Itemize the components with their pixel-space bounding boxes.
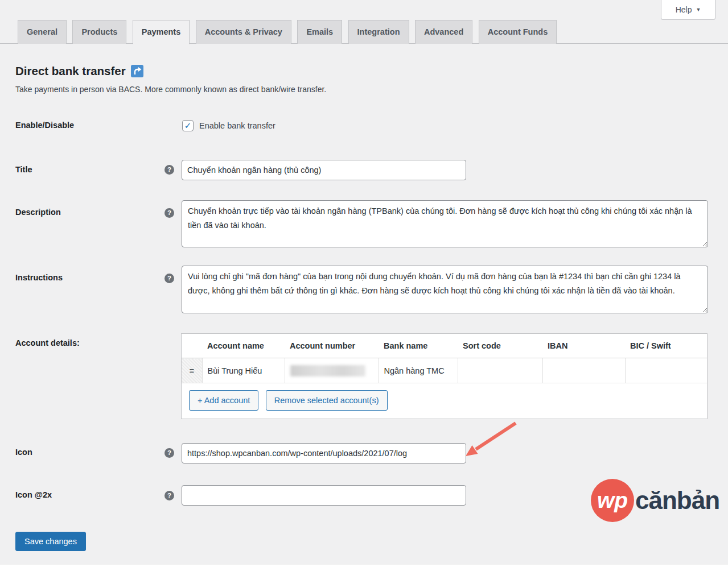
instructions-label: Instructions bbox=[15, 273, 63, 282]
account-name-cell[interactable]: Bùi Trung Hiếu bbox=[202, 358, 285, 383]
sort-code-header: Sort code bbox=[458, 334, 542, 358]
enable-checkbox[interactable]: ✓ bbox=[182, 120, 194, 131]
title-label: Title bbox=[15, 165, 32, 174]
bank-name-cell[interactable]: Ngân hàng TMC bbox=[379, 358, 458, 383]
tab-products[interactable]: Products bbox=[72, 20, 126, 44]
account-details-label: Account details: bbox=[15, 338, 80, 347]
icon-2x-input[interactable] bbox=[182, 485, 466, 506]
redacted-account-number bbox=[290, 365, 365, 376]
icon-label: Icon bbox=[15, 448, 32, 457]
account-name-header: Account name bbox=[202, 334, 285, 358]
tab-advanced[interactable]: Advanced bbox=[415, 20, 472, 44]
help-button[interactable]: Help ▼ bbox=[661, 0, 715, 20]
icon-2x-label: Icon @2x bbox=[15, 490, 52, 499]
bic-swift-header: BIC / Swift bbox=[625, 334, 707, 358]
tab-general[interactable]: General bbox=[18, 20, 67, 44]
page-title: Direct bank transfer bbox=[15, 64, 126, 78]
tab-emails[interactable]: Emails bbox=[297, 20, 342, 44]
gateway-description: Take payments in person via BACS. More c… bbox=[15, 85, 326, 94]
tab-accounts-privacy[interactable]: Accounts & Privacy bbox=[196, 20, 291, 44]
description-help-icon[interactable]: ? bbox=[164, 208, 174, 218]
instructions-help-icon[interactable]: ? bbox=[164, 274, 174, 283]
account-number-cell[interactable] bbox=[285, 358, 379, 383]
page-title-row: Direct bank transfer bbox=[15, 64, 143, 78]
accounts-actions: + Add account Remove selected account(s) bbox=[182, 383, 707, 419]
icon-url-input[interactable] bbox=[182, 443, 466, 463]
wpcanban-logo-text: cănbản bbox=[635, 486, 719, 515]
description-textarea[interactable]: Chuyển khoản trực tiếp vào tài khoản ngâ… bbox=[182, 200, 708, 247]
account-number-header: Account number bbox=[285, 334, 379, 358]
bank-accounts-table: Account name Account number Bank name So… bbox=[181, 333, 708, 419]
chevron-down-icon: ▼ bbox=[696, 7, 701, 13]
row-drag-handle-icon[interactable]: ≡ bbox=[182, 358, 202, 383]
settings-tab-bar: General Products Payments Accounts & Pri… bbox=[0, 20, 728, 44]
accounts-header-row: Account name Account number Bank name So… bbox=[182, 334, 707, 358]
bic-swift-cell[interactable] bbox=[625, 358, 707, 383]
tab-payments[interactable]: Payments bbox=[133, 20, 190, 44]
icon-help-icon[interactable]: ? bbox=[164, 448, 174, 458]
drag-column-header bbox=[182, 334, 202, 358]
icon-2x-help-icon[interactable]: ? bbox=[164, 491, 174, 500]
wpcanban-logo-circle: wp bbox=[591, 479, 634, 522]
enable-checkbox-label: Enable bank transfer bbox=[199, 121, 275, 130]
add-account-button[interactable]: + Add account bbox=[189, 390, 258, 411]
iban-header: IBAN bbox=[542, 334, 625, 358]
sort-code-cell[interactable] bbox=[458, 358, 542, 383]
help-button-label: Help bbox=[676, 5, 692, 14]
title-input[interactable] bbox=[182, 160, 466, 180]
enable-disable-label: Enable/Disable bbox=[15, 121, 74, 130]
return-to-payments-icon[interactable] bbox=[131, 65, 143, 77]
table-row: ≡ Bùi Trung Hiếu Ngân hàng TMC bbox=[182, 358, 707, 383]
instructions-textarea[interactable]: Vui lòng chỉ ghi "mã đơn hàng" của bạn t… bbox=[182, 266, 708, 313]
page-bottom-edge bbox=[0, 565, 728, 567]
save-changes-button[interactable]: Save changes bbox=[15, 532, 86, 551]
title-help-icon[interactable]: ? bbox=[164, 165, 174, 175]
description-label: Description bbox=[15, 208, 61, 217]
tab-integration[interactable]: Integration bbox=[348, 20, 409, 44]
iban-cell[interactable] bbox=[542, 358, 625, 383]
bank-name-header: Bank name bbox=[379, 334, 458, 358]
remove-account-button[interactable]: Remove selected account(s) bbox=[266, 390, 388, 411]
annotation-arrow-icon bbox=[459, 420, 523, 460]
wpcanban-logo: wp cănbản bbox=[591, 479, 719, 522]
tab-account-funds[interactable]: Account Funds bbox=[479, 20, 557, 44]
